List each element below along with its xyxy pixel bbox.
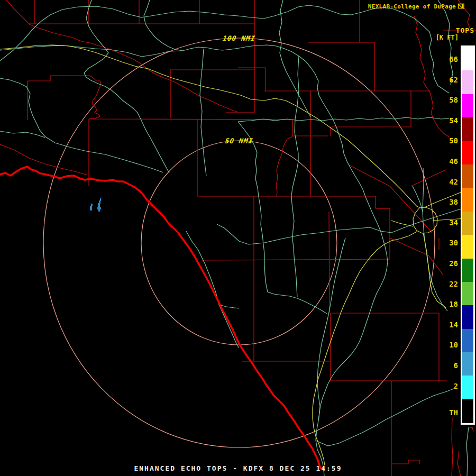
scale-band xyxy=(462,235,473,258)
scale-tick-label: 30 xyxy=(449,239,458,247)
scale-band xyxy=(462,47,473,70)
scale-band xyxy=(462,141,473,164)
radar-echoes xyxy=(90,198,101,212)
scale-band xyxy=(462,376,473,399)
range-rings xyxy=(43,38,435,447)
scale-tick-label: 50 xyxy=(449,136,458,145)
county-boundary-lines xyxy=(0,0,476,476)
scale-th-label: TH xyxy=(449,408,458,417)
colorbar xyxy=(461,45,475,425)
scale-tick-label: 66 xyxy=(449,55,458,63)
scale-tick-label: 6 xyxy=(454,361,458,370)
range-ring-50nmi xyxy=(141,141,337,345)
range-ring-label-50nmi: 50 NMI xyxy=(224,137,253,145)
scale-tick-label: 54 xyxy=(449,116,458,125)
scale-tick-label: 14 xyxy=(449,321,458,329)
scale-tick-label: 46 xyxy=(449,157,458,166)
radar-display: 100 NMI 50 NMI NEXLAB-College of DuPage … xyxy=(0,0,476,476)
scale-band xyxy=(462,70,473,94)
scale-units-label: [K FT] xyxy=(436,34,459,41)
scale-tick-label: 62 xyxy=(449,76,458,84)
scale-tick-label: 58 xyxy=(449,96,458,104)
radar-map xyxy=(0,0,476,476)
range-ring-100nmi xyxy=(43,38,435,447)
scale-tick-label: 18 xyxy=(449,300,458,308)
scale-tick-label: 34 xyxy=(449,218,458,227)
branding-text: NEXLAB-College of DuPage xyxy=(368,3,456,10)
scale-band xyxy=(462,94,473,117)
scale-band xyxy=(462,352,473,376)
scale-tick-label: 26 xyxy=(449,259,458,268)
scale-tick-label: 2 xyxy=(454,382,458,390)
radar-echo xyxy=(90,206,92,210)
radar-echo xyxy=(100,198,101,201)
branding: NEXLAB-College of DuPage xyxy=(368,3,465,10)
highway-lines xyxy=(0,45,474,465)
scale-band xyxy=(462,305,473,328)
scale-tick-label: 42 xyxy=(449,178,458,186)
radar-echo xyxy=(98,203,100,207)
scale-band xyxy=(462,329,473,352)
scale-band xyxy=(462,212,473,235)
scale-tick-label: 22 xyxy=(449,280,458,288)
scale-band xyxy=(462,259,473,282)
radar-echo xyxy=(97,207,101,209)
cod-logo-icon xyxy=(457,3,465,10)
rio-grande-border-river xyxy=(0,167,321,468)
radar-echo xyxy=(98,209,100,212)
radar-echo xyxy=(91,204,93,206)
river-lines xyxy=(0,0,471,476)
range-ring-label-100nmi: 100 NMI xyxy=(222,34,256,42)
scale-title: TOPS xyxy=(456,26,474,34)
scale-band xyxy=(462,188,473,211)
scale-band xyxy=(462,282,473,305)
scale-band xyxy=(462,164,473,188)
product-title: ENHANCED ECHO TOPS - KDFX 8 DEC 25 14:59 xyxy=(0,464,476,472)
scale-band xyxy=(462,117,473,141)
scale-tick-label: 38 xyxy=(449,198,458,206)
scale-tick-label: 10 xyxy=(449,341,458,349)
